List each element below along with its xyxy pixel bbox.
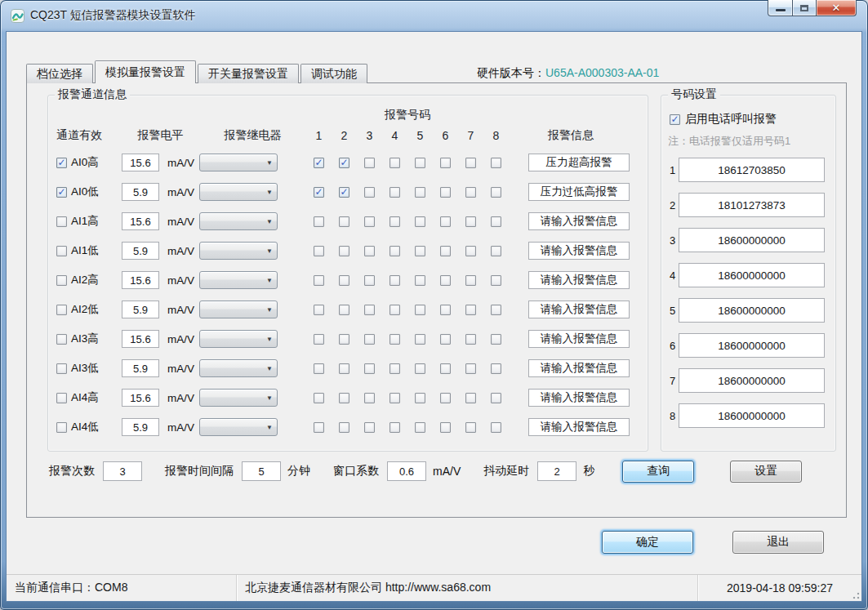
alarm-level-input[interactable] — [122, 301, 159, 318]
alarm-message-input[interactable] — [528, 418, 630, 436]
alarm-number-checkbox[interactable] — [465, 393, 476, 403]
alarm-number-checkbox[interactable] — [389, 393, 400, 403]
alarm-number-checkbox[interactable] — [364, 158, 375, 168]
query-button[interactable]: 查询 — [622, 461, 694, 483]
alarm-number-checkbox[interactable] — [314, 216, 324, 227]
alarm-number-checkbox[interactable] — [389, 246, 400, 256]
alarm-number-checkbox[interactable] — [389, 275, 400, 286]
alarm-number-checkbox[interactable] — [440, 275, 451, 286]
channel-enabled-checkbox[interactable] — [56, 363, 67, 374]
alarm-number-checkbox[interactable] — [364, 393, 375, 403]
alarm-number-checkbox[interactable] — [440, 422, 451, 433]
alarm-number-checkbox[interactable] — [415, 187, 425, 198]
alarm-number-checkbox[interactable]: ✓ — [314, 158, 324, 168]
alarm-number-checkbox[interactable] — [314, 275, 324, 286]
tab-item[interactable]: 档位选择 — [26, 64, 93, 83]
alarm-number-checkbox[interactable] — [440, 246, 451, 256]
alarm-number-checkbox[interactable] — [491, 246, 501, 256]
alarm-number-checkbox[interactable] — [440, 363, 451, 374]
alarm-number-checkbox[interactable] — [339, 246, 349, 256]
alarm-number-checkbox[interactable] — [491, 187, 501, 198]
phone-number-input[interactable] — [679, 333, 825, 358]
alarm-number-checkbox[interactable] — [491, 363, 501, 374]
channel-enabled-checkbox[interactable]: ✓ — [56, 187, 67, 198]
alarm-message-input[interactable] — [528, 183, 630, 201]
alarm-number-checkbox[interactable] — [364, 305, 375, 315]
alarm-number-checkbox[interactable] — [440, 158, 451, 168]
tab-active[interactable]: 模拟量报警设置 — [95, 60, 196, 83]
alarm-number-checkbox[interactable] — [339, 275, 349, 286]
alarm-number-checkbox[interactable] — [465, 187, 476, 198]
alarm-relay-select[interactable]: ▼ — [199, 330, 278, 348]
alarm-number-checkbox[interactable] — [440, 305, 451, 315]
alarm-message-input[interactable] — [528, 330, 630, 348]
alarm-number-checkbox[interactable]: ✓ — [339, 158, 349, 168]
alarm-number-checkbox[interactable] — [440, 393, 451, 403]
set-button[interactable]: 设置 — [730, 461, 802, 483]
alarm-level-input[interactable] — [122, 183, 159, 201]
title-bar[interactable]: CQ23T 短信报警器模块设置软件 — [0, 0, 868, 31]
alarm-number-checkbox[interactable] — [314, 305, 324, 315]
alarm-number-checkbox[interactable] — [389, 363, 400, 374]
alarm-number-checkbox[interactable] — [465, 334, 476, 345]
tab-item[interactable]: 调试功能 — [300, 64, 367, 83]
alarm-number-checkbox[interactable] — [491, 422, 501, 433]
channel-enabled-checkbox[interactable] — [56, 246, 67, 256]
alarm-number-checkbox[interactable] — [491, 158, 501, 168]
alarm-number-checkbox[interactable] — [364, 275, 375, 286]
phone-number-input[interactable] — [679, 193, 825, 217]
alarm-number-checkbox[interactable] — [389, 422, 400, 433]
channel-enabled-checkbox[interactable] — [56, 216, 67, 227]
enable-phone-call-checkbox[interactable]: ✓ — [670, 114, 680, 125]
alarm-relay-select[interactable]: ▼ — [199, 183, 278, 201]
alarm-number-checkbox[interactable] — [465, 158, 476, 168]
phone-number-input[interactable] — [679, 158, 825, 182]
alarm-number-checkbox[interactable] — [491, 216, 501, 227]
alarm-number-checkbox[interactable] — [314, 422, 324, 433]
alarm-number-checkbox[interactable] — [415, 305, 425, 315]
alarm-message-input[interactable] — [528, 301, 630, 318]
alarm-level-input[interactable] — [122, 330, 159, 348]
alarm-number-checkbox[interactable] — [339, 363, 349, 374]
alarm-number-checkbox[interactable] — [314, 363, 324, 374]
phone-number-input[interactable] — [679, 228, 825, 252]
channel-enabled-checkbox[interactable] — [56, 393, 67, 403]
alarm-relay-select[interactable]: ▼ — [199, 301, 278, 318]
param-input[interactable] — [387, 461, 426, 481]
alarm-number-checkbox[interactable] — [339, 334, 349, 345]
alarm-number-checkbox[interactable] — [415, 393, 425, 403]
alarm-number-checkbox[interactable] — [415, 275, 425, 286]
phone-number-input[interactable] — [679, 403, 825, 428]
ok-button[interactable]: 确定 — [602, 531, 693, 554]
exit-button[interactable]: 退出 — [732, 531, 824, 554]
alarm-number-checkbox[interactable] — [415, 216, 425, 227]
alarm-level-input[interactable] — [122, 271, 159, 289]
alarm-message-input[interactable] — [528, 212, 630, 230]
alarm-number-checkbox[interactable] — [491, 334, 501, 345]
alarm-number-checkbox[interactable] — [364, 334, 375, 345]
alarm-number-checkbox[interactable] — [339, 216, 349, 227]
alarm-number-checkbox[interactable] — [415, 334, 425, 345]
alarm-number-checkbox[interactable] — [415, 422, 425, 433]
alarm-number-checkbox[interactable] — [389, 187, 400, 198]
minimize-button[interactable] — [768, 0, 793, 16]
alarm-number-checkbox[interactable] — [339, 422, 349, 433]
alarm-number-checkbox[interactable] — [364, 363, 375, 374]
alarm-number-checkbox[interactable] — [415, 246, 425, 256]
alarm-message-input[interactable] — [528, 389, 630, 407]
param-input[interactable] — [242, 461, 281, 481]
alarm-number-checkbox[interactable] — [364, 187, 375, 198]
alarm-number-checkbox[interactable]: ✓ — [339, 187, 349, 198]
phone-number-input[interactable] — [679, 298, 825, 323]
alarm-relay-select[interactable]: ▼ — [199, 271, 278, 289]
alarm-level-input[interactable] — [122, 389, 159, 407]
alarm-message-input[interactable] — [528, 154, 630, 171]
channel-enabled-checkbox[interactable]: ✓ — [56, 158, 67, 168]
alarm-number-checkbox[interactable] — [440, 216, 451, 227]
phone-number-input[interactable] — [679, 368, 825, 393]
param-input[interactable] — [537, 461, 576, 481]
alarm-number-checkbox[interactable] — [491, 393, 501, 403]
alarm-number-checkbox[interactable] — [415, 158, 425, 168]
alarm-number-checkbox[interactable] — [314, 393, 324, 403]
alarm-number-checkbox[interactable] — [465, 216, 476, 227]
